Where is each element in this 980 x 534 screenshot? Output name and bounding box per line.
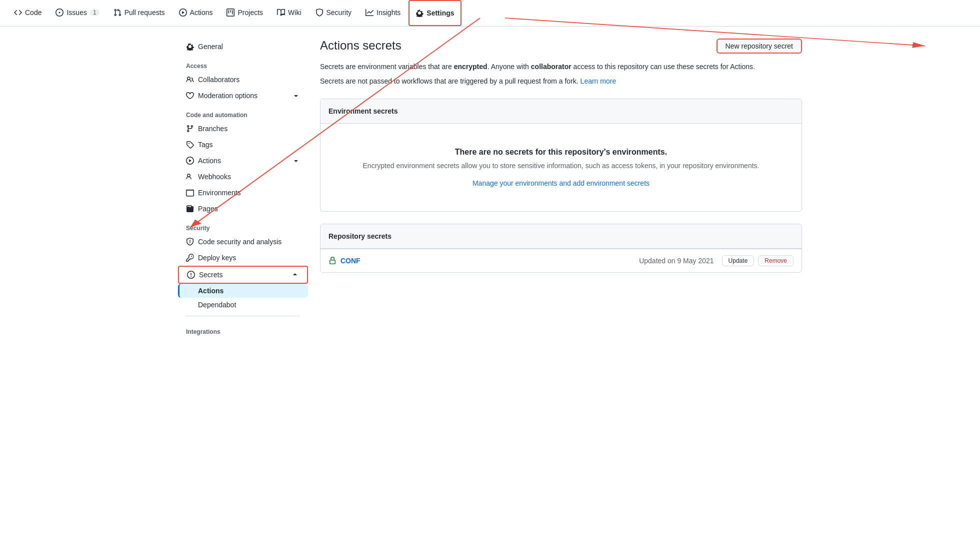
security-nav-icon — [316, 9, 324, 17]
projects-icon — [226, 9, 234, 17]
description-1: Secrets are environment variables that a… — [320, 62, 802, 72]
environment-empty-title: There are no secrets for this repository… — [328, 148, 794, 157]
issues-badge: 1 — [90, 9, 100, 16]
sidebar-general-label: General — [198, 43, 223, 51]
secrets-icon — [187, 271, 195, 279]
main-content: Actions secrets New repository secret Se… — [320, 39, 802, 337]
secret-left: CONF — [328, 257, 360, 265]
sidebar-webhooks[interactable]: Webhooks — [178, 169, 308, 185]
sidebar-section-access: Access — [178, 55, 308, 72]
sidebar: General Access Collaborators Moderation … — [178, 39, 308, 337]
manage-environments-link[interactable]: Manage your environments and add environ… — [472, 179, 650, 187]
nav-actions[interactable]: Actions — [173, 1, 219, 26]
sidebar-section-security: Security — [178, 217, 308, 234]
sidebar-pages-label: Pages — [198, 205, 218, 213]
nav-actions-label: Actions — [190, 9, 213, 17]
sidebar-webhooks-label: Webhooks — [198, 173, 231, 181]
insights-icon — [366, 9, 374, 17]
sidebar-divider — [186, 316, 300, 316]
actions-nav-icon — [179, 9, 187, 17]
settings-icon — [416, 9, 424, 17]
sidebar-branches-label: Branches — [198, 125, 228, 133]
secret-name: CONF — [340, 257, 360, 265]
sidebar-moderation[interactable]: Moderation options — [178, 88, 308, 104]
general-icon — [186, 43, 194, 51]
sidebar-dependabot[interactable]: Dependabot — [178, 298, 308, 312]
sidebar-environments[interactable]: Environments — [178, 185, 308, 201]
page-title: Actions secrets — [320, 39, 402, 53]
update-secret-button[interactable]: Update — [722, 255, 754, 266]
nav-pull-requests[interactable]: Pull requests — [108, 1, 171, 26]
collaborators-icon — [186, 76, 194, 84]
sidebar-actions-sub[interactable]: Actions — [178, 284, 308, 298]
sidebar-secrets-label: Secrets — [199, 271, 222, 279]
pr-icon — [114, 9, 122, 17]
code-icon — [14, 9, 22, 17]
sidebar-section-code: Code and automation — [178, 104, 308, 121]
nav-issues[interactable]: Issues 1 — [50, 1, 105, 26]
sidebar-tags[interactable]: Tags — [178, 137, 308, 153]
new-repository-secret-button[interactable]: New repository secret — [716, 39, 802, 54]
lock-icon — [328, 257, 336, 265]
environment-empty-desc: Encrypted environment secrets allow you … — [328, 161, 794, 171]
sidebar-deploy-keys[interactable]: Deploy keys — [178, 250, 308, 266]
nav-insights-label: Insights — [376, 9, 400, 17]
nav-projects[interactable]: Projects — [220, 1, 269, 26]
nav-wiki-label: Wiki — [288, 9, 301, 17]
nav-wiki[interactable]: Wiki — [271, 1, 307, 26]
code-security-icon — [186, 238, 194, 246]
nav-security[interactable]: Security — [310, 1, 358, 26]
sidebar-general[interactable]: General — [178, 39, 308, 55]
nav-code-label: Code — [25, 9, 42, 17]
nav-projects-label: Projects — [238, 9, 263, 17]
environment-secrets-header: Environment secrets — [320, 99, 802, 124]
main-layout: General Access Collaborators Moderation … — [170, 27, 810, 349]
table-row: CONF Updated on 9 May 2021 Update Remove — [320, 249, 802, 272]
sidebar-pages[interactable]: Pages — [178, 201, 308, 217]
sidebar-actions-menu[interactable]: Actions — [178, 153, 308, 169]
sidebar-tags-label: Tags — [198, 141, 213, 149]
sidebar-code-security-label: Code security and analysis — [198, 238, 282, 246]
learn-more-link[interactable]: Learn more — [580, 77, 616, 85]
nav-code[interactable]: Code — [8, 1, 48, 26]
nav-issues-label: Issues — [66, 9, 86, 17]
repository-secrets-section: Repository secrets CONF Updated on 9 May… — [320, 224, 802, 273]
nav-security-label: Security — [326, 9, 352, 17]
repository-secrets-header: Repository secrets — [320, 224, 802, 249]
issues-icon — [56, 9, 64, 17]
branches-icon — [186, 125, 194, 133]
sidebar-branches[interactable]: Branches — [178, 121, 308, 137]
main-header: Actions secrets New repository secret — [320, 39, 802, 54]
deploy-keys-icon — [186, 254, 194, 262]
sidebar-moderation-left: Moderation options — [186, 92, 258, 100]
secret-updated: Updated on 9 May 2021 — [639, 257, 714, 265]
sidebar-environments-label: Environments — [198, 189, 241, 197]
sidebar-code-security[interactable]: Code security and analysis — [178, 234, 308, 250]
sidebar-collaborators[interactable]: Collaborators — [178, 72, 308, 88]
environment-empty-state: There are no secrets for this repository… — [320, 124, 802, 211]
moderation-chevron-icon — [292, 92, 300, 100]
secret-right: Updated on 9 May 2021 Update Remove — [639, 255, 794, 266]
moderation-icon — [186, 92, 194, 100]
secrets-chevron-icon — [291, 271, 299, 279]
environment-secrets-section: Environment secrets There are no secrets… — [320, 99, 802, 212]
sidebar-secrets[interactable]: Secrets — [178, 266, 308, 284]
sidebar-actions-menu-label: Actions — [198, 157, 221, 165]
wiki-icon — [277, 9, 285, 17]
sidebar-moderation-label: Moderation options — [198, 92, 258, 100]
collaborator-bold: collaborator — [531, 63, 572, 71]
description-2: Secrets are not passed to workflows that… — [320, 76, 802, 87]
nav-pr-label: Pull requests — [124, 9, 165, 17]
sidebar-section-integrations: Integrations — [178, 320, 308, 337]
environments-icon — [186, 189, 194, 197]
encrypted-bold: encrypted — [454, 63, 488, 71]
actions-chevron-icon — [292, 157, 300, 165]
nav-settings-label: Settings — [426, 9, 454, 17]
pages-icon — [186, 205, 194, 213]
top-nav: Code Issues 1 Pull requests Actions Proj… — [0, 0, 980, 27]
nav-insights[interactable]: Insights — [360, 1, 406, 26]
actions-sidebar-icon — [186, 157, 194, 165]
remove-secret-button[interactable]: Remove — [758, 255, 794, 266]
nav-settings[interactable]: Settings — [408, 0, 461, 26]
sidebar-actions-sub-label: Actions — [198, 287, 224, 295]
